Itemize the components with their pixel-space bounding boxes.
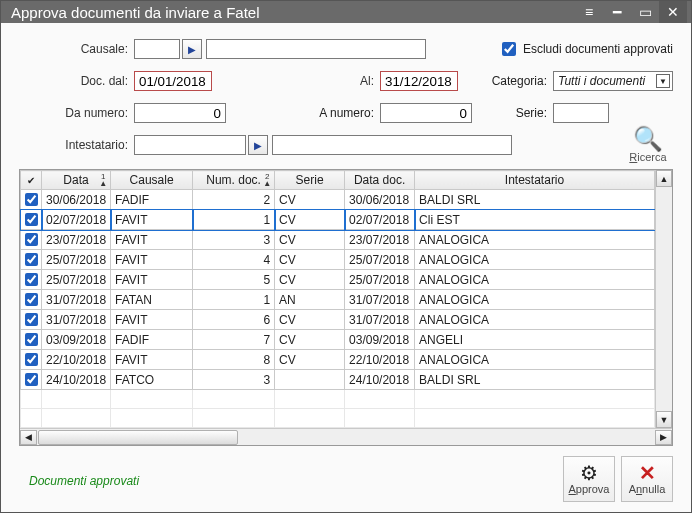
row-checkbox[interactable] (25, 193, 38, 206)
causale-desc-input[interactable] (206, 39, 426, 59)
serie-input[interactable] (553, 103, 609, 123)
close-button[interactable]: ✕ (659, 1, 687, 23)
menu-button[interactable]: ≡ (575, 1, 603, 23)
cell-numdoc: 3 (193, 370, 275, 390)
documents-table[interactable]: ✔ Data1▲ Causale Num. doc.2▲ Serie Data … (20, 170, 655, 428)
table-row[interactable]: 02/07/2018FAVIT1CV02/07/2018Cli EST (21, 210, 655, 230)
cell-intest: ANALOGICA (415, 230, 655, 250)
table-row[interactable]: 25/07/2018FAVIT4CV25/07/2018ANALOGICA (21, 250, 655, 270)
cell-numdoc: 1 (193, 290, 275, 310)
table-row[interactable]: 30/06/2018FADIF2CV30/06/2018BALDI SRL (21, 190, 655, 210)
intestatario-code-input[interactable] (134, 135, 246, 155)
row-checkbox[interactable] (25, 313, 38, 326)
scroll-left-arrow[interactable]: ◀ (20, 430, 37, 445)
title-bar: Approva documenti da inviare a Fatel ≡ ━… (1, 1, 691, 23)
col-numdoc[interactable]: Num. doc.2▲ (193, 171, 275, 190)
col-data[interactable]: Data1▲ (42, 171, 111, 190)
col-intest[interactable]: Intestatario (415, 171, 655, 190)
scroll-right-arrow[interactable]: ▶ (655, 430, 672, 445)
cell-datadoc: 22/10/2018 (345, 350, 415, 370)
escludi-approvati-input[interactable] (502, 42, 516, 56)
row-checkbox[interactable] (25, 233, 38, 246)
row-checkbox[interactable] (25, 293, 38, 306)
row-checkbox[interactable] (25, 253, 38, 266)
data-grid: ✔ Data1▲ Causale Num. doc.2▲ Serie Data … (19, 169, 673, 446)
da-numero-input[interactable] (134, 103, 226, 123)
row-checkbox[interactable] (25, 213, 38, 226)
intestatario-lookup-button[interactable]: ▶ (248, 135, 268, 155)
table-row[interactable]: 31/07/2018FAVIT6CV31/07/2018ANALOGICA (21, 310, 655, 330)
table-row[interactable]: 31/07/2018FATAN1AN31/07/2018ANALOGICA (21, 290, 655, 310)
horizontal-scrollbar[interactable]: ◀ ▶ (20, 428, 672, 445)
table-row: ....... (21, 390, 655, 409)
col-datadoc[interactable]: Data doc. (345, 171, 415, 190)
cell-serie: CV (275, 330, 345, 350)
cell-serie: CV (275, 190, 345, 210)
col-check[interactable]: ✔ (21, 171, 42, 190)
approva-button[interactable]: ⚙ Approva (563, 456, 615, 502)
cell-intest: ANALOGICA (415, 290, 655, 310)
cell-data: 03/09/2018 (42, 330, 111, 350)
table-row[interactable]: 25/07/2018FAVIT5CV25/07/2018ANALOGICA (21, 270, 655, 290)
table-header-row: ✔ Data1▲ Causale Num. doc.2▲ Serie Data … (21, 171, 655, 190)
search-icon: 🔍 (623, 127, 673, 151)
scroll-thumb[interactable] (38, 430, 238, 445)
ricerca-button[interactable]: 🔍 Ricerca (623, 127, 673, 163)
escludi-approvati-checkbox[interactable]: Escludi documenti approvati (498, 39, 673, 59)
cell-serie (275, 370, 345, 390)
causale-code-input[interactable] (134, 39, 180, 59)
table-row[interactable]: 24/10/2018FATCO324/10/2018BALDI SRL (21, 370, 655, 390)
footer: Documenti approvati ⚙ Approva ✕ Annulla (1, 450, 691, 512)
label-anumero: A numero: (304, 106, 380, 120)
cell-data: 24/10/2018 (42, 370, 111, 390)
cell-numdoc: 6 (193, 310, 275, 330)
cell-data: 02/07/2018 (42, 210, 111, 230)
cell-intest: BALDI SRL (415, 370, 655, 390)
label-al: Al: (340, 74, 380, 88)
cell-serie: CV (275, 310, 345, 330)
maximize-button[interactable]: ▭ (631, 1, 659, 23)
cell-causale: FATCO (111, 370, 193, 390)
cell-causale: FAVIT (111, 250, 193, 270)
cell-serie: CV (275, 350, 345, 370)
cell-datadoc: 24/10/2018 (345, 370, 415, 390)
a-numero-input[interactable] (380, 103, 472, 123)
scroll-down-arrow[interactable]: ▼ (656, 411, 672, 428)
row-checkbox[interactable] (25, 373, 38, 386)
intestatario-desc-input[interactable] (272, 135, 512, 155)
label-docdal: Doc. dal: (19, 74, 134, 88)
escludi-approvati-label: Escludi documenti approvati (523, 42, 673, 56)
col-causale[interactable]: Causale (111, 171, 193, 190)
causale-lookup-button[interactable]: ▶ (182, 39, 202, 59)
cell-serie: CV (275, 210, 345, 230)
scroll-up-arrow[interactable]: ▲ (656, 170, 672, 187)
cell-numdoc: 3 (193, 230, 275, 250)
label-intestatario: Intestatario: (19, 138, 134, 152)
cell-datadoc: 25/07/2018 (345, 270, 415, 290)
col-serie[interactable]: Serie (275, 171, 345, 190)
row-checkbox[interactable] (25, 273, 38, 286)
cell-intest: ANALOGICA (415, 250, 655, 270)
doc-dal-input[interactable] (134, 71, 212, 91)
table-row[interactable]: 22/10/2018FAVIT8CV22/10/2018ANALOGICA (21, 350, 655, 370)
annulla-button[interactable]: ✕ Annulla (621, 456, 673, 502)
categoria-select[interactable]: Tutti i documenti ▼ (553, 71, 673, 91)
cell-datadoc: 31/07/2018 (345, 290, 415, 310)
minimize-button[interactable]: ━ (603, 1, 631, 23)
label-danumero: Da numero: (19, 106, 134, 120)
table-row[interactable]: 23/07/2018FAVIT3CV23/07/2018ANALOGICA (21, 230, 655, 250)
row-checkbox[interactable] (25, 353, 38, 366)
cell-data: 22/10/2018 (42, 350, 111, 370)
cell-causale: FADIF (111, 330, 193, 350)
row-checkbox[interactable] (25, 333, 38, 346)
cell-datadoc: 03/09/2018 (345, 330, 415, 350)
vertical-scrollbar[interactable]: ▲ ▼ (655, 170, 672, 428)
table-row[interactable]: 03/09/2018FADIF7CV03/09/2018ANGELI (21, 330, 655, 350)
gear-icon: ⚙ (580, 463, 598, 483)
cell-data: 31/07/2018 (42, 290, 111, 310)
cell-serie: CV (275, 270, 345, 290)
cell-numdoc: 4 (193, 250, 275, 270)
chevron-down-icon: ▼ (656, 74, 670, 88)
cell-serie: AN (275, 290, 345, 310)
doc-al-input[interactable] (380, 71, 458, 91)
